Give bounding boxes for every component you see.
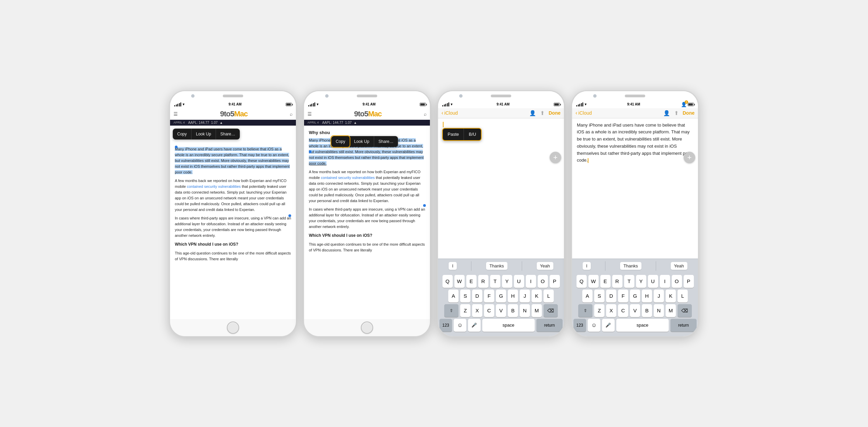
key-e-4[interactable]: E [600, 275, 611, 288]
key-h-4[interactable]: H [642, 290, 652, 302]
search-icon-1[interactable]: ⌕ [290, 111, 293, 117]
key-l-3[interactable]: L [544, 290, 554, 302]
key-n-4[interactable]: N [654, 304, 664, 317]
key-p-4[interactable]: P [684, 275, 694, 288]
key-shift-3[interactable]: ⇧ [444, 304, 458, 317]
key-n-3[interactable]: N [520, 304, 530, 317]
key-k-4[interactable]: K [666, 290, 676, 302]
key-u-3[interactable]: U [514, 275, 524, 288]
key-s-3[interactable]: S [460, 290, 470, 302]
key-c-4[interactable]: C [618, 304, 628, 317]
key-g-4[interactable]: G [630, 290, 640, 302]
key-z-4[interactable]: Z [594, 304, 604, 317]
key-r-3[interactable]: R [478, 275, 488, 288]
key-t-3[interactable]: T [490, 275, 500, 288]
ticker-bar-2: APRIL 4 AAPL: 144.77 1.07 ▲ [304, 120, 430, 126]
key-q-4[interactable]: Q [577, 275, 587, 288]
notes-content-4[interactable]: Many iPhone and iPad users have come to … [572, 118, 698, 259]
key-i-3[interactable]: I [526, 275, 536, 288]
quick-word-yeah-4[interactable]: Yeah [671, 262, 687, 270]
done-button-3[interactable]: Done [549, 110, 561, 116]
key-y-4[interactable]: Y [636, 275, 646, 288]
notes-content-3[interactable]: Paste B/U + [438, 118, 564, 259]
done-button-4[interactable]: Done [683, 110, 695, 116]
key-w-4[interactable]: W [588, 275, 599, 288]
key-m-4[interactable]: M [666, 304, 676, 317]
key-return-3[interactable]: return [536, 319, 563, 332]
kb-row-4-3: 123 ☺ 🎤 space return [439, 319, 563, 332]
plus-button-3[interactable]: + [550, 152, 561, 163]
share-button-2[interactable]: Share… [374, 136, 398, 147]
key-shift-4[interactable]: ⇧ [578, 304, 592, 317]
key-r-4[interactable]: R [612, 275, 622, 288]
upload-icon-4[interactable]: ⬆ [674, 110, 679, 116]
key-d-4[interactable]: D [606, 290, 616, 302]
key-i-4[interactable]: I [660, 275, 670, 288]
key-v-4[interactable]: V [630, 304, 640, 317]
key-d-3[interactable]: D [472, 290, 482, 302]
person-icon-nav-4[interactable]: 👤 [663, 110, 670, 116]
key-j-3[interactable]: J [520, 290, 530, 302]
notes-back-4[interactable]: ‹ iCloud [575, 110, 592, 116]
key-l-4[interactable]: L [678, 290, 688, 302]
key-o-4[interactable]: O [672, 275, 682, 288]
quick-word-i-3[interactable]: I [449, 262, 457, 270]
hamburger-icon-1[interactable]: ☰ [173, 111, 178, 117]
quick-word-thanks-3[interactable]: Thanks [486, 262, 507, 270]
share-button-1[interactable]: Share… [216, 129, 240, 140]
search-icon-2[interactable]: ⌕ [424, 111, 427, 117]
key-e-3[interactable]: E [466, 275, 477, 288]
key-mic-3[interactable]: 🎤 [468, 319, 481, 332]
key-del-4[interactable]: ⌫ [678, 304, 692, 317]
lookup-button-1[interactable]: Look Up [191, 129, 216, 140]
key-q-3[interactable]: Q [443, 275, 453, 288]
upload-icon-3[interactable]: ⬆ [540, 110, 545, 116]
quick-word-i-4[interactable]: I [583, 262, 591, 270]
key-return-4[interactable]: return [670, 319, 697, 332]
bold-italic-underline-3[interactable]: B/U [464, 129, 481, 141]
key-123-4[interactable]: 123 [573, 319, 586, 332]
key-b-3[interactable]: B [508, 304, 518, 317]
key-f-4[interactable]: F [618, 290, 628, 302]
key-v-3[interactable]: V [496, 304, 506, 317]
copy-button-1[interactable]: Copy [173, 129, 191, 140]
key-c-3[interactable]: C [484, 304, 494, 317]
quick-word-thanks-4[interactable]: Thanks [620, 262, 641, 270]
key-g-3[interactable]: G [496, 290, 506, 302]
key-u-4[interactable]: U [648, 275, 658, 288]
key-y-3[interactable]: Y [502, 275, 512, 288]
key-j-4[interactable]: J [654, 290, 664, 302]
key-space-4[interactable]: space [616, 319, 669, 332]
plus-button-4[interactable]: + [684, 152, 695, 163]
key-k-3[interactable]: K [532, 290, 542, 302]
key-emoji-3[interactable]: ☺ [454, 319, 466, 332]
key-x-3[interactable]: X [472, 304, 482, 317]
notes-back-3[interactable]: ‹ iCloud [441, 110, 458, 116]
key-s-4[interactable]: S [594, 290, 604, 302]
key-m-3[interactable]: M [532, 304, 542, 317]
key-f-3[interactable]: F [484, 290, 494, 302]
key-space-3[interactable]: space [482, 319, 535, 332]
key-mic-4[interactable]: 🎤 [602, 319, 615, 332]
key-x-4[interactable]: X [606, 304, 616, 317]
person-icon-3[interactable]: 👤 [529, 110, 536, 116]
key-h-3[interactable]: H [508, 290, 518, 302]
home-button-1[interactable] [227, 322, 239, 334]
quick-word-yeah-3[interactable]: Yeah [537, 262, 553, 270]
key-p-3[interactable]: P [550, 275, 560, 288]
key-a-4[interactable]: A [582, 290, 592, 302]
key-z-3[interactable]: Z [460, 304, 470, 317]
lookup-button-2[interactable]: Look Up [350, 136, 374, 147]
hamburger-icon-2[interactable]: ☰ [307, 111, 312, 117]
key-emoji-4[interactable]: ☺ [588, 319, 600, 332]
key-t-4[interactable]: T [624, 275, 634, 288]
key-a-3[interactable]: A [448, 290, 458, 302]
copy-button-2[interactable]: Copy [331, 135, 350, 148]
home-button-2[interactable] [361, 322, 373, 334]
key-del-3[interactable]: ⌫ [544, 304, 558, 317]
key-w-3[interactable]: W [454, 275, 465, 288]
key-b-4[interactable]: B [642, 304, 652, 317]
key-o-3[interactable]: O [538, 275, 548, 288]
paste-button-3[interactable]: Paste [443, 129, 464, 141]
key-123-3[interactable]: 123 [439, 319, 452, 332]
